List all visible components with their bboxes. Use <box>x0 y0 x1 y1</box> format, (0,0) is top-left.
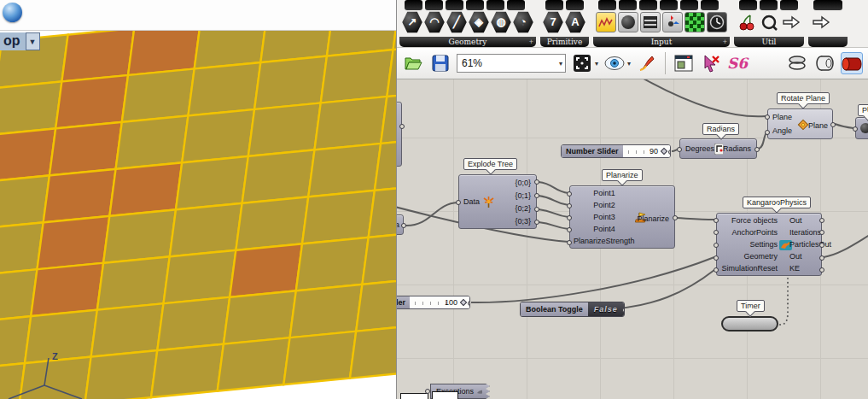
node-planarize[interactable]: Point1 Point2 Point3 Point4 PlanarizeStr… <box>569 185 675 249</box>
rhino-app-icon[interactable] <box>3 3 22 22</box>
output-port[interactable] <box>622 308 625 313</box>
sketch-pen-button[interactable] <box>636 52 658 74</box>
text-icon[interactable]: A <box>565 11 585 33</box>
output-port[interactable] <box>819 243 824 248</box>
save-file-button[interactable] <box>429 52 451 74</box>
disable-selection-button[interactable] <box>700 52 722 74</box>
brep-icon[interactable]: ◔ <box>513 11 533 33</box>
rhino-viewport[interactable]: Z op ▼ <box>0 31 396 399</box>
output-port[interactable] <box>534 179 539 185</box>
output-port[interactable] <box>401 223 406 228</box>
kangaroo-output-label: KE <box>789 264 817 273</box>
output-port[interactable] <box>830 122 836 127</box>
input-port[interactable] <box>714 218 719 223</box>
mesh-cell <box>157 297 230 350</box>
node-a-partial[interactable]: a <box>397 214 404 235</box>
input-port[interactable] <box>714 243 719 248</box>
input-port[interactable] <box>765 114 770 120</box>
graph-mapper-icon[interactable] <box>596 12 616 32</box>
preview-eye-button[interactable] <box>603 52 626 74</box>
node-right-partial[interactable] <box>855 117 868 139</box>
preview-eye-dropdown[interactable]: ▾ <box>627 60 631 67</box>
output-port[interactable] <box>534 207 539 212</box>
timer-widget[interactable] <box>721 316 778 332</box>
node-rotate-plane[interactable]: Plane Angle Plane <box>767 109 833 139</box>
axis-z-label: Z <box>52 351 58 361</box>
node-explode-tree[interactable]: Data {0;0} {0;1} {0;2} {0;3} <box>458 174 537 229</box>
kangaroo-input-label: Geometry <box>719 252 778 261</box>
cylinder-icon[interactable]: ◍ <box>491 11 511 33</box>
curve-icon[interactable]: ◠ <box>424 11 445 33</box>
timer-nametag: Timer <box>737 300 765 312</box>
gradient-icon[interactable] <box>684 12 705 32</box>
wire-explode4-to-point4 <box>539 222 568 229</box>
loop-icon[interactable] <box>759 12 779 32</box>
slider-handle[interactable] <box>661 148 667 155</box>
input-port[interactable] <box>765 130 770 135</box>
input-port[interactable] <box>567 203 572 208</box>
output-port[interactable] <box>754 147 760 152</box>
output-port[interactable] <box>673 215 678 220</box>
input-port[interactable] <box>567 215 572 220</box>
line-icon[interactable]: ╱ <box>446 11 467 33</box>
output-port[interactable] <box>819 255 824 261</box>
list-icon[interactable] <box>640 12 661 32</box>
output-port[interactable] <box>534 193 539 198</box>
gesture-select-icon[interactable]: S6 <box>727 55 748 72</box>
number-slider-90[interactable]: Number Slider 90 <box>561 144 671 158</box>
explode-tree-nametag: Explode Tree <box>463 158 517 170</box>
preview-settings-button[interactable] <box>673 52 695 74</box>
zoom-extents-button[interactable] <box>571 52 593 74</box>
mesh-cell <box>290 285 363 337</box>
display-shaded-mode-button[interactable] <box>841 52 863 74</box>
toggle-value[interactable]: False <box>588 302 624 316</box>
mesh-cell <box>31 263 103 316</box>
input-port[interactable] <box>853 126 858 132</box>
viewport-title[interactable]: op <box>0 32 26 50</box>
output-port[interactable] <box>468 301 470 306</box>
open-file-button[interactable] <box>402 52 424 74</box>
output-port[interactable] <box>819 267 824 273</box>
node-radians[interactable]: Degrees Radians <box>679 138 757 159</box>
input-port[interactable] <box>567 240 572 245</box>
panel-partial[interactable] <box>432 391 458 399</box>
output-port[interactable] <box>668 150 671 155</box>
point-input-icon[interactable] <box>662 12 683 32</box>
display-hidden-mode-button[interactable] <box>813 52 836 74</box>
number-slider-100[interactable]: der 100 <box>397 296 470 309</box>
gh-canvas[interactable]: a Explode Tree Data {0;0} {0;1} <box>397 79 868 399</box>
zoom-level-combo[interactable]: 61% ▾ <box>457 54 566 73</box>
output-port[interactable] <box>819 218 824 223</box>
clock-icon[interactable] <box>707 12 727 32</box>
display-wire-mode-button[interactable] <box>786 52 808 74</box>
group-label: Geometry+ <box>399 37 536 47</box>
slider-handle[interactable] <box>460 299 467 306</box>
group-more-icon[interactable]: + <box>723 38 727 46</box>
input-port[interactable] <box>456 200 461 205</box>
node-kangaroo-physics[interactable]: Force objects AnchorPoints Settings Geom… <box>716 213 822 276</box>
node-left-partial[interactable] <box>397 102 402 167</box>
output-port[interactable] <box>534 220 539 225</box>
input-port[interactable] <box>714 255 719 261</box>
boolean-toggle[interactable]: Boolean Toggle False <box>520 302 625 317</box>
viewport-dropdown[interactable]: ▼ <box>26 32 40 50</box>
zoom-extents-dropdown[interactable]: ▾ <box>595 60 598 67</box>
seven-icon[interactable]: 7 <box>543 11 563 33</box>
input-port[interactable] <box>714 230 719 235</box>
tab-group-input: Input+ <box>593 0 730 47</box>
input-port[interactable] <box>714 267 719 273</box>
cherry-icon[interactable] <box>737 12 757 32</box>
vector-icon[interactable]: ↗ <box>402 11 422 33</box>
arrow-icon[interactable] <box>781 12 801 32</box>
knob-icon[interactable] <box>618 12 638 32</box>
input-port[interactable] <box>425 389 430 394</box>
input-port[interactable] <box>567 191 572 197</box>
output-port[interactable] <box>399 124 405 129</box>
wire-explode1-to-point1 <box>539 182 568 193</box>
panel-partial[interactable] <box>400 393 428 399</box>
surface-icon[interactable]: ◈ <box>469 11 489 33</box>
group-more-icon[interactable]: + <box>529 38 533 46</box>
output-port[interactable] <box>819 230 824 235</box>
input-port[interactable] <box>677 147 682 152</box>
input-port[interactable] <box>567 227 572 232</box>
